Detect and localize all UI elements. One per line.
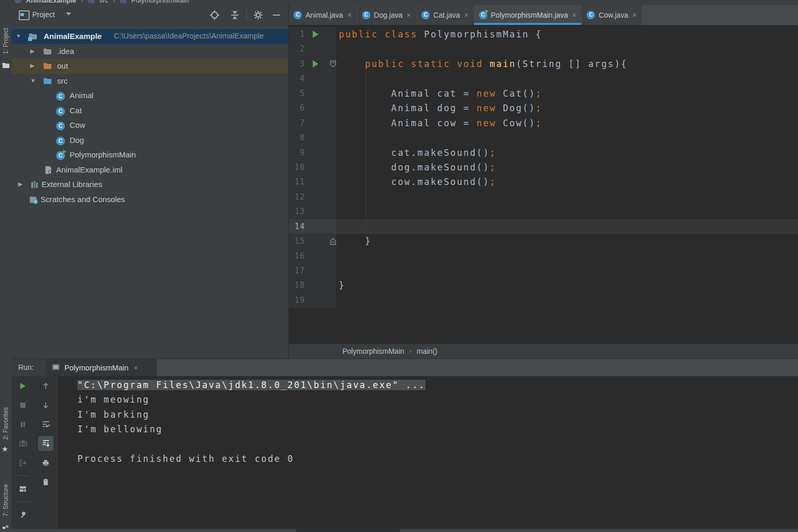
code-text[interactable] bbox=[336, 130, 798, 145]
code-line-13[interactable]: 13 bbox=[289, 204, 798, 219]
gutter[interactable]: 3 bbox=[289, 57, 336, 71]
breadcrumb-item[interactable]: main() bbox=[417, 347, 437, 355]
close-icon[interactable]: × bbox=[464, 11, 468, 19]
code-text[interactable] bbox=[336, 293, 798, 308]
chevron-right-icon[interactable]: ▶ bbox=[18, 181, 22, 188]
gutter[interactable]: 9 bbox=[289, 145, 336, 160]
stop-icon[interactable] bbox=[11, 395, 34, 415]
code-text[interactable]: cat.makeSound(); bbox=[336, 145, 798, 160]
up-icon[interactable] bbox=[34, 376, 57, 395]
gutter[interactable]: 18 bbox=[289, 278, 336, 292]
code-text[interactable]: } bbox=[336, 278, 798, 292]
gutter[interactable]: 4 bbox=[289, 71, 336, 86]
breadcrumb-item[interactable]: src bbox=[99, 0, 108, 4]
code-line-1[interactable]: 1public class PolymorphismMain { bbox=[289, 27, 798, 42]
breadcrumb-item[interactable]: PolymorphismMain bbox=[342, 347, 404, 355]
code-line-11[interactable]: 11 cow.makeSound(); bbox=[289, 175, 798, 189]
gutter[interactable]: 13 bbox=[289, 204, 336, 219]
close-icon[interactable]: × bbox=[134, 364, 138, 372]
chevron-down-icon[interactable]: ▼ bbox=[30, 77, 36, 84]
tool-stripe-favorites-button[interactable]: 2: Favorites bbox=[2, 397, 9, 449]
layout-icon[interactable] bbox=[11, 479, 34, 498]
run-line-icon[interactable] bbox=[313, 31, 318, 38]
gutter[interactable]: 5 bbox=[289, 86, 336, 101]
code-line-16[interactable]: 16 bbox=[289, 249, 798, 263]
code-line-18[interactable]: 18} bbox=[289, 278, 798, 292]
editor-tab-cat-java[interactable]: CCat.java× bbox=[417, 5, 474, 25]
code-line-5[interactable]: 5 Animal cat = new Cat(); bbox=[289, 86, 798, 101]
chevron-down-icon[interactable]: ▼ bbox=[16, 33, 21, 39]
chevron-down-icon[interactable] bbox=[66, 12, 71, 16]
breadcrumb-item[interactable]: AnimalExample bbox=[26, 0, 76, 4]
chevron-right-icon[interactable]: ▶ bbox=[30, 48, 34, 55]
down-icon[interactable] bbox=[34, 395, 57, 415]
gutter[interactable]: 19 bbox=[289, 293, 336, 308]
code-line-19[interactable]: 19 bbox=[289, 293, 798, 308]
gutter[interactable]: 10 bbox=[289, 160, 336, 175]
gutter[interactable]: 7 bbox=[289, 116, 336, 130]
code-text[interactable] bbox=[336, 190, 798, 204]
tree-item-polymorphismmain[interactable]: CPolymorphismMain bbox=[11, 148, 288, 163]
code-text[interactable]: public class PolymorphismMain { bbox=[336, 27, 798, 42]
tree-item-cow[interactable]: CCow bbox=[11, 118, 288, 133]
tree-item-out[interactable]: ▶out bbox=[11, 59, 288, 74]
editor-tab-dog-java[interactable]: CDog.java× bbox=[357, 5, 416, 25]
clear-icon[interactable] bbox=[34, 472, 57, 491]
pin-icon[interactable] bbox=[11, 505, 34, 524]
code-line-6[interactable]: 6 Animal dog = new Dog(); bbox=[289, 101, 798, 115]
close-icon[interactable]: × bbox=[347, 11, 351, 19]
close-icon[interactable]: × bbox=[572, 11, 576, 19]
gutter[interactable]: 14 bbox=[289, 219, 336, 234]
code-text[interactable] bbox=[336, 263, 798, 278]
code-line-8[interactable]: 8 bbox=[289, 130, 798, 145]
gutter[interactable]: 15 bbox=[289, 234, 336, 248]
code-line-7[interactable]: 7 Animal cow = new Cow(); bbox=[289, 116, 798, 130]
close-icon[interactable]: × bbox=[407, 11, 411, 19]
run-configuration-tab[interactable]: PolymorphismMain × bbox=[46, 359, 157, 377]
code-text[interactable]: Animal cat = new Cat(); bbox=[336, 86, 798, 101]
gear-icon[interactable] bbox=[253, 10, 263, 20]
close-icon[interactable]: × bbox=[632, 11, 636, 19]
breadcrumb-item[interactable]: PolymorphismMain bbox=[131, 0, 189, 4]
gutter[interactable]: 6 bbox=[289, 101, 336, 115]
code-line-17[interactable]: 17 bbox=[289, 263, 798, 278]
tree-item-scratches-and-consoles[interactable]: Scratches and Consoles bbox=[11, 192, 288, 207]
scroll-to-end-icon[interactable] bbox=[34, 434, 57, 453]
hide-panel-icon[interactable] bbox=[273, 15, 280, 16]
code-text[interactable] bbox=[336, 42, 798, 56]
gutter[interactable]: 16 bbox=[289, 249, 336, 263]
exit-icon[interactable] bbox=[11, 453, 34, 472]
tool-stripe-project-button[interactable]: 1: Project bbox=[2, 15, 9, 67]
scrollbar-thumb[interactable] bbox=[296, 529, 400, 532]
gutter[interactable]: 12 bbox=[289, 190, 336, 204]
code-text[interactable] bbox=[336, 249, 798, 263]
tree-item--idea[interactable]: ▶.idea bbox=[11, 44, 288, 59]
print-icon[interactable] bbox=[34, 453, 57, 472]
code-line-15[interactable]: 15 } bbox=[289, 234, 798, 248]
gutter[interactable]: 2 bbox=[289, 42, 336, 56]
gutter[interactable]: 17 bbox=[289, 263, 336, 278]
tree-item-animalexample-iml[interactable]: AnimalExample.iml bbox=[11, 163, 288, 178]
gutter[interactable]: 8 bbox=[289, 130, 336, 145]
code-text[interactable] bbox=[336, 219, 798, 234]
editor-tab-animal-java[interactable]: CAnimal.java× bbox=[289, 5, 357, 25]
code-line-3[interactable]: 3 public static void main(String [] args… bbox=[289, 57, 798, 71]
rerun-icon[interactable] bbox=[11, 376, 34, 395]
thread-dump-icon[interactable] bbox=[11, 434, 34, 453]
tree-item-dog[interactable]: CDog bbox=[11, 133, 288, 148]
locate-file-icon[interactable] bbox=[209, 10, 220, 20]
tree-item-src[interactable]: ▼src bbox=[11, 74, 288, 89]
code-text[interactable] bbox=[336, 204, 798, 219]
navigation-breadcrumb[interactable]: AnimalExample› src› PolymorphismMain bbox=[15, 0, 189, 5]
code-line-4[interactable]: 4 bbox=[289, 71, 798, 86]
tool-stripe-structure-button[interactable]: 7: Structure bbox=[2, 474, 9, 526]
tree-item-external-libraries[interactable]: ▶External Libraries bbox=[11, 177, 288, 192]
code-text[interactable] bbox=[336, 71, 798, 86]
code-line-10[interactable]: 10 dog.makeSound(); bbox=[289, 160, 798, 175]
code-text[interactable]: Animal dog = new Dog(); bbox=[336, 101, 798, 115]
editor-tab-polymorphismmain-java[interactable]: CPolymorphismMain.java× bbox=[474, 5, 582, 25]
run-line-icon[interactable] bbox=[313, 60, 318, 68]
project-panel-title[interactable]: Project bbox=[32, 10, 55, 19]
code-line-14[interactable]: 14 bbox=[289, 219, 798, 234]
run-console-output[interactable]: "C:\Program Files\Java\jdk1.8.0_201\bin\… bbox=[57, 376, 798, 529]
